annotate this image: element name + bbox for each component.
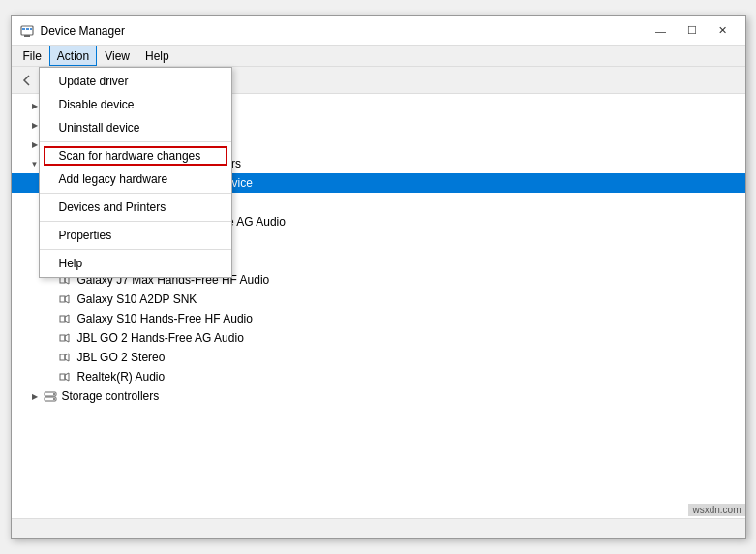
menu-action[interactable]: Action	[49, 46, 97, 66]
tree-jbl-go2-hf[interactable]: JBL GO 2 Hands-Free AG Audio	[12, 328, 745, 348]
galaxy-s10-snk-icon	[58, 292, 74, 307]
separator-1	[40, 141, 231, 142]
jbl-go2-hf-label: JBL GO 2 Hands-Free AG Audio	[77, 331, 244, 345]
watermark: wsxdn.com	[688, 504, 744, 516]
svg-marker-37	[65, 334, 69, 342]
tree-galaxy-s10-hf[interactable]: Galaxy S10 Hands-Free HF Audio	[12, 309, 745, 328]
tree-galaxy-s10-snk[interactable]: Galaxy S10 A2DP SNK	[12, 290, 745, 309]
separator-3	[40, 221, 231, 222]
jbl-go2-stereo-label: JBL GO 2 Stereo	[77, 351, 166, 364]
status-bar	[12, 518, 745, 538]
storage-label: Storage controllers	[62, 389, 160, 403]
svg-rect-1	[24, 35, 30, 37]
svg-rect-4	[30, 28, 32, 30]
menu-devices-printers[interactable]: Devices and Printers	[40, 196, 231, 219]
svg-rect-34	[60, 316, 65, 322]
svg-marker-41	[65, 373, 69, 381]
menu-add-legacy[interactable]: Add legacy hardware	[40, 168, 231, 191]
svg-rect-2	[22, 28, 25, 30]
realtek-label: Realtek(R) Audio	[77, 370, 166, 384]
toolbar-back[interactable]	[15, 69, 39, 92]
minimize-button[interactable]: —	[647, 21, 676, 41]
window-title: Device Manager	[41, 24, 125, 38]
svg-marker-33	[65, 295, 69, 303]
action-dropdown: Update driver Disable device Uninstall d…	[39, 67, 232, 278]
expand-storage[interactable]: ▶	[27, 388, 43, 404]
galaxy-s10-snk-label: Galaxy S10 A2DP SNK	[77, 292, 197, 306]
svg-rect-38	[60, 354, 65, 360]
svg-rect-40	[60, 374, 65, 380]
svg-rect-32	[60, 296, 65, 302]
svg-marker-39	[65, 354, 69, 361]
jbl-go2-hf-icon	[58, 330, 74, 346]
expand-jbl-go2-stereo	[43, 350, 58, 365]
svg-rect-36	[60, 335, 65, 341]
storage-icon	[43, 388, 58, 404]
menu-uninstall-device[interactable]: Uninstall device	[40, 116, 231, 139]
menu-help-item[interactable]: Help	[40, 252, 231, 275]
menu-view[interactable]: View	[97, 46, 137, 66]
separator-2	[40, 193, 231, 194]
title-bar-controls: — ☐ ✕	[647, 21, 738, 41]
separator-4	[40, 249, 231, 250]
galaxy-s10-hf-icon	[58, 311, 74, 326]
maximize-button[interactable]: ☐	[678, 21, 707, 41]
expand-jbl-go2-hf	[43, 330, 58, 346]
device-manager-window: Device Manager — ☐ ✕ File Action View He…	[11, 15, 746, 539]
menu-bar: File Action View Help Update driver Disa…	[12, 46, 745, 67]
menu-help[interactable]: Help	[137, 46, 177, 66]
svg-point-45	[53, 398, 55, 400]
tree-storage-controllers[interactable]: ▶ Storage controllers	[12, 386, 745, 406]
menu-disable-device[interactable]: Disable device	[40, 93, 231, 116]
title-bar: Device Manager — ☐ ✕	[12, 16, 745, 46]
menu-update-driver[interactable]: Update driver	[40, 70, 231, 93]
tree-jbl-go2-stereo[interactable]: JBL GO 2 Stereo	[12, 348, 745, 367]
realtek-icon	[58, 369, 74, 385]
menu-properties[interactable]: Properties	[40, 224, 231, 247]
svg-rect-0	[21, 26, 33, 35]
tree-realtek-audio[interactable]: Realtek(R) Audio	[12, 367, 745, 386]
close-button[interactable]: ✕	[709, 21, 738, 41]
svg-marker-35	[65, 315, 69, 323]
title-bar-left: Device Manager	[19, 23, 125, 39]
expand-galaxy-s10-snk	[43, 292, 58, 307]
menu-scan-hardware[interactable]: Scan for hardware changes	[40, 144, 231, 168]
expand-realtek	[43, 369, 58, 385]
menu-file[interactable]: File	[15, 46, 49, 66]
jbl-go2-stereo-icon	[58, 350, 74, 365]
svg-point-43	[53, 393, 55, 395]
expand-galaxy-s10-hf	[43, 311, 58, 326]
app-icon	[19, 23, 35, 39]
svg-rect-3	[26, 28, 29, 30]
galaxy-s10-hf-label: Galaxy S10 Hands-Free HF Audio	[77, 312, 253, 325]
